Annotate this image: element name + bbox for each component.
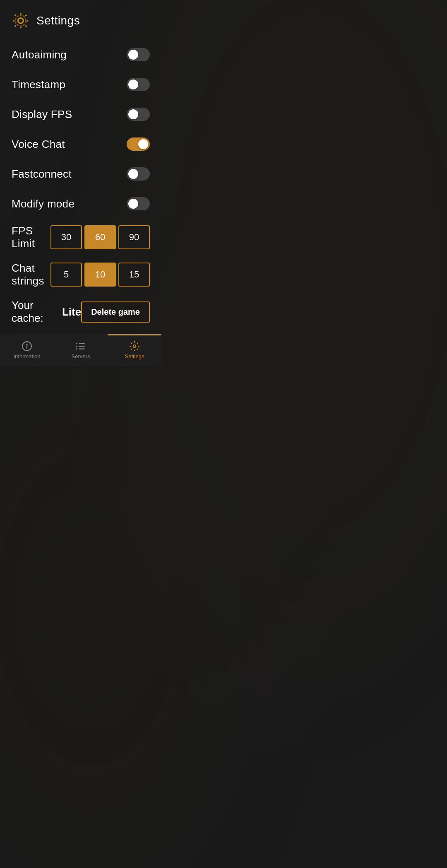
- setting-row-voice-chat: Voice Chat: [0, 129, 161, 159]
- svg-point-11: [133, 345, 136, 348]
- voice-chat-label: Voice Chat: [12, 138, 65, 151]
- chat-strings-row: Chat strings 5 10 15: [0, 256, 161, 293]
- cache-row: Your cache: Lite Delete game: [0, 293, 161, 330]
- autoaiming-toggle[interactable]: [127, 48, 150, 61]
- nav-settings-label: Settings: [125, 353, 144, 359]
- nav-servers-label: Servers: [72, 353, 90, 359]
- setting-row-fastconnect: Fastconnect: [0, 159, 161, 189]
- svg-point-1: [15, 15, 26, 26]
- header-gear-icon: [12, 12, 30, 30]
- settings-list: Autoaiming Timestamp Display FPS Voice C…: [0, 36, 161, 334]
- nav-item-information[interactable]: Information: [0, 334, 54, 366]
- bottom-nav: Information Servers: [0, 334, 161, 366]
- chat-strings-button-group: 5 10 15: [50, 263, 150, 287]
- chat-5-button[interactable]: 5: [50, 263, 82, 287]
- nav-item-settings[interactable]: Settings: [108, 334, 161, 366]
- display-fps-label: Display FPS: [12, 108, 72, 121]
- modify-mode-toggle[interactable]: [127, 197, 150, 210]
- autoaiming-label: Autoaiming: [12, 48, 67, 61]
- setting-row-autoaiming: Autoaiming: [0, 40, 161, 70]
- modify-mode-label: Modify mode: [12, 198, 74, 210]
- nav-item-servers[interactable]: Servers: [54, 334, 108, 366]
- voice-chat-toggle[interactable]: [127, 137, 150, 151]
- page-container: Settings Autoaiming Timestamp Display FP…: [0, 0, 161, 366]
- chat-10-button[interactable]: 10: [84, 263, 116, 287]
- cache-value: Lite: [62, 306, 81, 318]
- fastconnect-label: Fastconnect: [12, 168, 72, 181]
- nav-information-label: Information: [13, 353, 40, 359]
- page-title: Settings: [36, 14, 80, 27]
- setting-row-timestamp: Timestamp: [0, 70, 161, 99]
- timestamp-toggle[interactable]: [127, 78, 150, 91]
- setting-row-modify-mode: Modify mode: [0, 189, 161, 219]
- fps-limit-button-group: 30 60 90: [50, 225, 150, 249]
- svg-point-0: [18, 18, 24, 24]
- fps-60-button[interactable]: 60: [84, 225, 116, 249]
- info-icon: [22, 341, 32, 352]
- settings-nav-gear-icon: [129, 341, 140, 352]
- fps-limit-row: FPS Limit 30 60 90: [0, 219, 161, 256]
- header: Settings: [0, 0, 161, 36]
- fps-limit-label: FPS Limit: [12, 224, 50, 250]
- setting-row-display-fps: Display FPS: [0, 99, 161, 129]
- cache-label: Your cache:: [12, 299, 59, 325]
- fps-30-button[interactable]: 30: [50, 225, 82, 249]
- fastconnect-toggle[interactable]: [127, 167, 150, 181]
- fps-90-button[interactable]: 90: [118, 225, 150, 249]
- delete-game-button[interactable]: Delete game: [81, 301, 150, 323]
- chat-strings-label: Chat strings: [12, 262, 50, 287]
- chat-15-button[interactable]: 15: [118, 263, 150, 287]
- display-fps-toggle[interactable]: [127, 108, 150, 121]
- list-icon: [75, 341, 86, 352]
- timestamp-label: Timestamp: [12, 78, 65, 91]
- cache-label-group: Your cache: Lite: [12, 299, 81, 325]
